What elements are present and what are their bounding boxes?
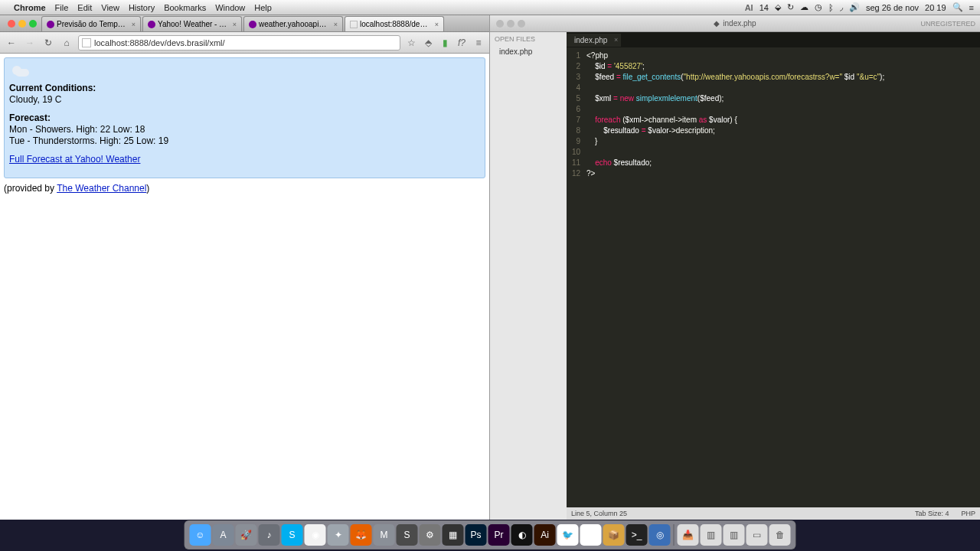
extension-icon[interactable]: ⬘ <box>422 37 434 48</box>
evernote-icon[interactable]: ▮ <box>439 37 451 48</box>
forward-button[interactable]: → <box>23 37 37 48</box>
dock-app-itunes[interactable]: ♪ <box>259 524 280 546</box>
dock-separator <box>674 524 675 546</box>
dock-app-skype[interactable]: S <box>282 524 303 546</box>
back-button[interactable]: ← <box>5 37 18 48</box>
macos-dock: ☺A🚀♪S◉✦🦊MS⚙▦PsPr◐Ai🐦➤📦>_◎ 📥▥▥▭🗑 <box>185 520 796 549</box>
dock-app-launchpad[interactable]: 🚀 <box>236 524 257 546</box>
menu-help[interactable]: Help <box>254 3 272 12</box>
dock-app-safari[interactable]: ✦ <box>328 524 349 546</box>
url-input[interactable]: localhost:8888/dev/devs.brasil/xml/ <box>78 35 400 51</box>
page-icon <box>82 38 91 47</box>
cloud-icon[interactable]: ☁ <box>800 2 808 12</box>
zoom-window-icon[interactable] <box>518 20 525 28</box>
dock-app-twitter[interactable]: 🐦 <box>557 524 579 546</box>
editor-titlebar: ◆index.php UNREGISTERED <box>490 15 980 32</box>
close-tab-icon[interactable]: × <box>132 21 136 28</box>
file-icon: ◆ <box>714 19 720 28</box>
editor-sidebar: OPEN FILES index.php <box>490 32 567 520</box>
menu-bookmarks[interactable]: Bookmarks <box>164 3 206 12</box>
app-name[interactable]: Chrome <box>14 3 46 12</box>
browser-tab[interactable]: weather.yahooapis.com/fo× <box>243 16 343 31</box>
tab-size[interactable]: Tab Size: 4 <box>915 510 949 517</box>
dock-app-terminal[interactable]: >_ <box>626 524 648 546</box>
dock-app-chrome[interactable]: ◉ <box>305 524 326 546</box>
volume-icon[interactable]: 🔊 <box>849 2 860 12</box>
dock-app-box[interactable]: 📦 <box>603 524 625 546</box>
adobe-icon: AI <box>745 3 753 12</box>
provider-text: (provided by The Weather Channel) <box>4 183 485 194</box>
time-text: 20 19 <box>925 3 946 12</box>
menu-view[interactable]: View <box>101 3 119 12</box>
editor-tabbar: index.php× <box>567 32 980 47</box>
wrench-icon[interactable]: ≡ <box>472 37 485 48</box>
dock-trash[interactable]: 🗑 <box>769 524 791 546</box>
dock-app-ps[interactable]: Ps <box>466 524 487 546</box>
dock-doc1[interactable]: ▥ <box>701 524 722 546</box>
close-tab-icon[interactable]: × <box>614 36 618 44</box>
url-text: localhost:8888/dev/devs.brasil/xml/ <box>94 38 225 47</box>
dock-app-firefox[interactable]: 🦊 <box>351 524 372 546</box>
code-editor[interactable]: 123456789101112 <?php $id = '455827'; $f… <box>567 47 980 507</box>
notification-badge[interactable]: 14 <box>760 3 769 12</box>
sync-icon[interactable]: ↻ <box>787 2 794 12</box>
close-tab-icon[interactable]: × <box>435 21 439 28</box>
dock-app-utility2[interactable]: ▦ <box>443 524 464 546</box>
browser-tabbar: Previsão do Tempo em São×Yahoo! Weather … <box>0 15 489 32</box>
dock-app-finder[interactable]: ☺ <box>190 524 211 546</box>
menu-edit[interactable]: Edit <box>77 3 92 12</box>
browser-tab[interactable]: Previsão do Tempo em São× <box>41 16 141 31</box>
home-button[interactable]: ⌂ <box>60 37 74 48</box>
dock-app-ai[interactable]: Ai <box>534 524 556 546</box>
zoom-window-icon[interactable] <box>29 20 37 28</box>
weather-widget: Current Conditions: Cloudy, 19 C Forecas… <box>4 57 485 178</box>
clock-icon[interactable]: ◷ <box>815 2 822 12</box>
language-mode[interactable]: PHP <box>961 510 975 517</box>
font-icon[interactable]: f? <box>456 37 468 48</box>
close-tab-icon[interactable]: × <box>233 21 237 28</box>
dock-doc2[interactable]: ▥ <box>724 524 745 546</box>
window-title: index.php <box>723 19 756 28</box>
dock-app-other[interactable]: ◐ <box>511 524 533 546</box>
provider-link[interactable]: The Weather Channel <box>57 183 146 194</box>
full-forecast-link[interactable]: Full Forecast at Yahoo! Weather <box>9 154 140 165</box>
file-tab[interactable]: index.php× <box>567 34 621 47</box>
dock-desktop[interactable]: ▭ <box>746 524 768 546</box>
code-text[interactable]: <?php $id = '455827'; $feed = file_get_c… <box>583 47 980 507</box>
spotlight-icon[interactable]: 🔍 <box>952 2 963 12</box>
close-window-icon[interactable] <box>8 20 15 28</box>
macos-menubar: Chrome FileEditViewHistoryBookmarksWindo… <box>0 0 980 15</box>
minimize-window-icon[interactable] <box>507 20 514 28</box>
dock-downloads[interactable]: 📥 <box>678 524 699 546</box>
dock-app-pr[interactable]: Pr <box>488 524 510 546</box>
yahoo-favicon-icon <box>148 21 155 28</box>
forecast-line: Mon - Showers. High: 22 Low: 18 <box>9 124 480 135</box>
browser-tab[interactable]: Yahoo! Weather - Yahoo! D× <box>142 16 242 31</box>
conditions-label: Current Conditions: <box>9 83 96 93</box>
bookmark-icon[interactable]: ☆ <box>405 37 417 48</box>
open-file-item[interactable]: index.php <box>490 46 567 57</box>
menu-window[interactable]: Window <box>215 3 245 12</box>
page-favicon-icon <box>350 21 358 28</box>
reload-button[interactable]: ↻ <box>41 37 55 48</box>
dock-app-sublime[interactable]: S <box>397 524 418 546</box>
wifi-icon[interactable]: ◞ <box>840 2 843 12</box>
dock-app-send[interactable]: ➤ <box>580 524 602 546</box>
dock-app-app3[interactable]: ◎ <box>649 524 671 546</box>
dropbox-icon[interactable]: ⬙ <box>775 2 781 12</box>
minimize-window-icon[interactable] <box>18 20 26 28</box>
menu-icon[interactable]: ≡ <box>969 3 974 12</box>
bluetooth-icon[interactable]: ᛒ <box>828 3 834 12</box>
browser-tab[interactable]: localhost:8888/dev/devs.b× <box>345 16 444 31</box>
cursor-position[interactable]: Line 5, Column 25 <box>571 510 627 517</box>
yahoo-favicon-icon <box>47 21 54 28</box>
yahoo-favicon-icon <box>249 21 256 28</box>
dock-app-mamp[interactable]: M <box>374 524 395 546</box>
dock-app-appstore[interactable]: A <box>213 524 234 546</box>
close-tab-icon[interactable]: × <box>334 21 338 28</box>
dock-app-utility1[interactable]: ⚙ <box>420 524 441 546</box>
menu-file[interactable]: File <box>55 3 69 12</box>
menu-history[interactable]: History <box>129 3 155 12</box>
unregistered-label: UNREGISTERED <box>920 20 975 28</box>
close-window-icon[interactable] <box>496 20 504 28</box>
